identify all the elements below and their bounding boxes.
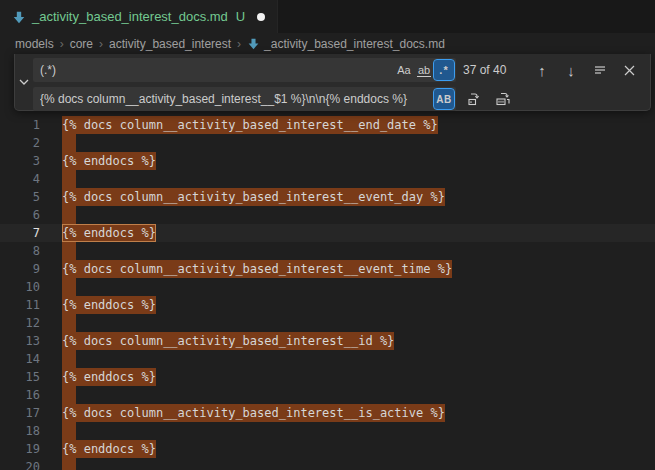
next-match-button[interactable]: ↓ (560, 59, 582, 81)
line-number: 7 (0, 224, 40, 242)
find-match: {% docs column__activity_based_interest_… (62, 188, 445, 206)
chevron-right-icon: › (99, 37, 103, 51)
line-number: 13 (0, 332, 40, 350)
markdown-file-icon (12, 10, 26, 24)
find-match: {% enddocs %} (62, 296, 156, 314)
editor-line[interactable]: 5{% docs column__activity_based_interest… (0, 188, 655, 206)
line-number: 14 (0, 350, 40, 368)
line-text[interactable]: {% enddocs %} (62, 368, 156, 386)
previous-match-button[interactable]: ↑ (531, 59, 553, 81)
replace-all-button[interactable] (492, 88, 514, 110)
find-match: {% enddocs %} (62, 440, 156, 458)
empty-line-match-highlight (62, 314, 76, 332)
chevron-right-icon: › (237, 37, 241, 51)
line-text[interactable] (62, 386, 76, 404)
line-text[interactable]: {% docs column__activity_based_interest_… (62, 404, 445, 422)
editor-line[interactable]: 4 (0, 170, 655, 188)
empty-line-match-highlight (62, 206, 76, 224)
line-text[interactable] (62, 314, 76, 332)
line-text[interactable] (62, 350, 76, 368)
line-number: 4 (0, 170, 40, 188)
find-match: {% docs column__activity_based_interest_… (62, 116, 438, 134)
markdown-file-icon (247, 37, 260, 50)
editor-line[interactable]: 20 (0, 458, 655, 470)
empty-line-match-highlight (62, 350, 76, 368)
editor-tab[interactable]: _activity_based_interest_docs.md U (0, 0, 278, 33)
line-number: 10 (0, 278, 40, 296)
line-text[interactable]: {% docs column__activity_based_interest_… (62, 260, 452, 278)
find-row: (.*) Aa ab .* 37 of 40 ↑ ↓ (33, 58, 644, 82)
find-match: {% docs column__activity_based_interest_… (62, 404, 445, 422)
line-number: 3 (0, 152, 40, 170)
empty-line-match-highlight (62, 422, 76, 440)
line-text[interactable]: {% docs column__activity_based_interest_… (62, 188, 445, 206)
line-number: 9 (0, 260, 40, 278)
line-number: 2 (0, 134, 40, 152)
editor-line[interactable]: 16 (0, 386, 655, 404)
git-status-badge: U (236, 9, 245, 24)
line-text[interactable]: {% docs column__activity_based_interest_… (62, 116, 438, 134)
editor-line[interactable]: 3{% enddocs %} (0, 152, 655, 170)
tab-bar: _activity_based_interest_docs.md U (0, 0, 655, 33)
close-find-button[interactable] (618, 59, 640, 81)
breadcrumb-item-file[interactable]: _activity_based_interest_docs.md (247, 37, 445, 51)
line-text[interactable]: {% enddocs %} (62, 296, 156, 314)
breadcrumb-item-activity-based-interest[interactable]: activity_based_interest (109, 37, 231, 51)
breadcrumb-item-models[interactable]: models (15, 37, 54, 51)
breadcrumb: models › core › activity_based_interest … (0, 33, 655, 54)
preserve-case-button[interactable]: AB (434, 89, 454, 109)
empty-line-match-highlight (62, 278, 76, 296)
regex-button[interactable]: .* (434, 60, 454, 80)
line-text[interactable]: {% enddocs %} (62, 152, 156, 170)
line-number: 16 (0, 386, 40, 404)
line-number: 11 (0, 296, 40, 314)
editor-line[interactable]: 18 (0, 422, 655, 440)
editor-line[interactable]: 1{% docs column__activity_based_interest… (0, 116, 655, 134)
editor-line[interactable]: 8 (0, 242, 655, 260)
replace-row: {% docs column__activity_based_interest_… (33, 87, 644, 111)
line-text[interactable] (62, 206, 76, 224)
line-text[interactable] (62, 458, 76, 470)
replace-icon (466, 91, 482, 107)
breadcrumb-filename: _activity_based_interest_docs.md (264, 37, 445, 51)
editor-line[interactable]: 13{% docs column__activity_based_interes… (0, 332, 655, 350)
code-area[interactable]: 1{% docs column__activity_based_interest… (0, 116, 655, 470)
editor-line[interactable]: 15{% enddocs %} (0, 368, 655, 386)
find-input[interactable]: (.*) Aa ab .* (33, 58, 456, 82)
replace-all-icon (495, 91, 511, 107)
line-text[interactable] (62, 170, 76, 188)
line-number: 15 (0, 368, 40, 386)
replace-input[interactable]: {% docs column__activity_based_interest_… (33, 87, 456, 111)
line-text[interactable] (62, 242, 76, 260)
editor-line[interactable]: 11{% enddocs %} (0, 296, 655, 314)
line-number: 1 (0, 116, 40, 134)
editor-line[interactable]: 2 (0, 134, 655, 152)
empty-line-match-highlight (62, 134, 76, 152)
editor-line[interactable]: 12 (0, 314, 655, 332)
unsaved-changes-dot[interactable] (257, 13, 265, 21)
line-text[interactable]: {% enddocs %} (62, 440, 156, 458)
line-text[interactable] (62, 134, 76, 152)
find-in-selection-button[interactable] (589, 59, 611, 81)
toggle-replace-button[interactable] (15, 54, 33, 110)
line-number: 12 (0, 314, 40, 332)
whole-word-button[interactable]: ab (414, 60, 434, 80)
editor-line[interactable]: 9{% docs column__activity_based_interest… (0, 260, 655, 278)
line-text[interactable] (62, 422, 76, 440)
replace-button[interactable] (463, 88, 485, 110)
editor-line[interactable]: 10 (0, 278, 655, 296)
editor-line[interactable]: 6 (0, 206, 655, 224)
breadcrumb-item-core[interactable]: core (70, 37, 93, 51)
chevron-down-icon (19, 79, 29, 85)
match-count: 37 of 40 (463, 63, 515, 77)
editor-line[interactable]: 14 (0, 350, 655, 368)
line-text[interactable]: {% docs column__activity_based_interest_… (62, 332, 394, 350)
editor-line[interactable]: 19{% enddocs %} (0, 440, 655, 458)
editor-line[interactable]: 7{% enddocs %} (0, 224, 655, 242)
line-text[interactable]: {% enddocs %} (62, 224, 156, 242)
match-case-button[interactable]: Aa (394, 60, 414, 80)
chevron-right-icon: › (60, 37, 64, 51)
empty-line-match-highlight (62, 458, 76, 470)
editor-line[interactable]: 17{% docs column__activity_based_interes… (0, 404, 655, 422)
line-text[interactable] (62, 278, 76, 296)
